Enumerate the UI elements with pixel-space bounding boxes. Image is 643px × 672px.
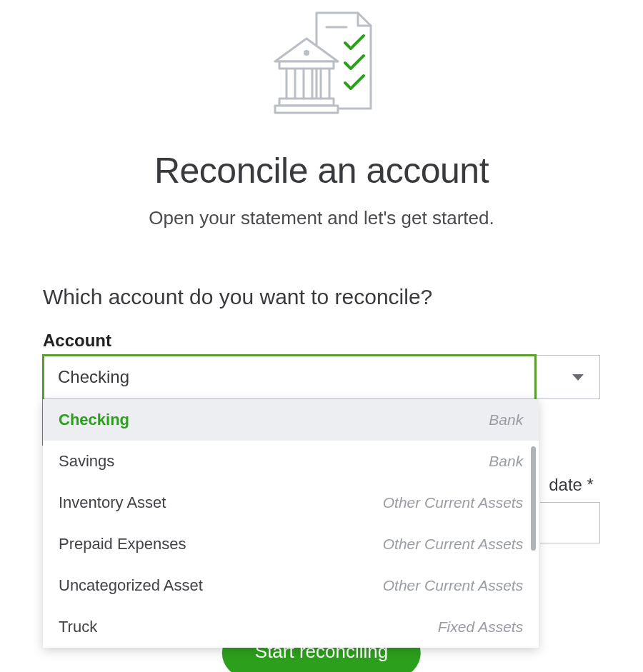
scrollbar-thumb[interactable]	[531, 446, 536, 551]
page-title: Reconcile an account	[43, 150, 600, 191]
account-label: Account	[43, 331, 600, 351]
ending-date-label-fragment: date *	[549, 475, 594, 495]
option-type: Bank	[489, 453, 523, 470]
option-type: Bank	[489, 411, 523, 428]
account-select-input[interactable]	[44, 356, 557, 398]
page-subtitle: Open your statement and let's get starte…	[43, 207, 600, 229]
option-type: Fixed Assets	[438, 618, 523, 636]
option-name: Checking	[59, 411, 129, 429]
account-option-savings[interactable]: Savings Bank	[43, 441, 539, 482]
option-name: Inventory Asset	[59, 493, 166, 512]
option-name: Prepaid Expenses	[59, 535, 186, 553]
svg-rect-4	[275, 106, 338, 113]
chevron-down-icon[interactable]	[557, 356, 599, 398]
option-type: Other Current Assets	[383, 577, 523, 594]
option-type: Other Current Assets	[383, 494, 523, 511]
account-option-prepaid-expenses[interactable]: Prepaid Expenses Other Current Assets	[43, 523, 539, 565]
question-text: Which account do you want to reconcile?	[43, 285, 600, 309]
option-name: Truck	[59, 618, 97, 636]
option-name: Savings	[59, 452, 114, 471]
option-name: Uncategorized Asset	[59, 576, 203, 595]
account-select[interactable]	[43, 355, 600, 399]
account-option-uncategorized-asset[interactable]: Uncategorized Asset Other Current Assets	[43, 565, 539, 606]
bank-checklist-icon	[43, 6, 600, 130]
account-option-truck[interactable]: Truck Fixed Assets	[43, 606, 539, 648]
account-dropdown: Checking Bank Savings Bank Inventory Ass…	[43, 399, 539, 648]
svg-rect-2	[279, 61, 334, 69]
account-option-checking[interactable]: Checking Bank	[43, 399, 539, 441]
ending-date-input-fragment[interactable]	[540, 502, 600, 543]
svg-point-1	[304, 50, 309, 56]
option-type: Other Current Assets	[383, 536, 523, 553]
account-option-inventory-asset[interactable]: Inventory Asset Other Current Assets	[43, 482, 539, 523]
